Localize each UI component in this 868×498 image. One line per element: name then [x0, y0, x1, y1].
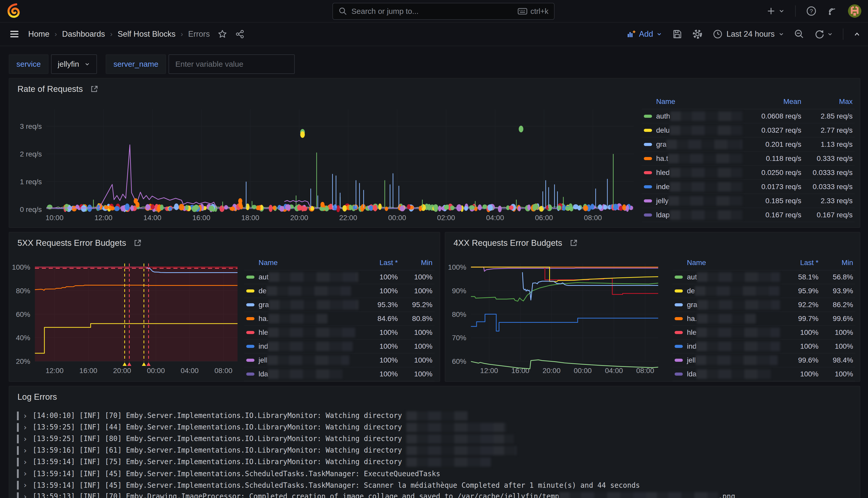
series-color-swatch[interactable] — [246, 317, 254, 320]
series-name[interactable]: ind — [687, 342, 696, 351]
legend-row[interactable]: aut58.1%56.8% — [672, 271, 855, 284]
series-name[interactable]: hled — [656, 169, 670, 177]
series-name[interactable]: ldap — [656, 211, 670, 219]
series-name[interactable]: gra — [656, 140, 666, 148]
series-color-swatch[interactable] — [644, 199, 652, 202]
chevron-down-icon[interactable] — [778, 8, 785, 14]
user-avatar[interactable] — [848, 4, 861, 18]
series-name[interactable]: gra — [687, 301, 697, 309]
external-link-icon[interactable] — [90, 85, 99, 93]
series-name[interactable]: auth — [656, 112, 670, 120]
series-name[interactable]: ha. — [258, 315, 269, 323]
5xx-chart[interactable]: 12:0016:0020:0000:0004:0008:00100%80%60%… — [12, 258, 255, 379]
log-row[interactable]: ›[13:59:25] [INF] [44] Emby.Server.Imple… — [17, 421, 852, 433]
legend-row[interactable]: gra95.3%95.2% — [244, 298, 435, 312]
series-color-swatch[interactable] — [246, 331, 254, 334]
legend-col-1[interactable]: Last * — [359, 259, 398, 267]
legend-row[interactable]: jell100%100% — [244, 354, 435, 367]
expand-chevron-icon[interactable]: › — [23, 434, 28, 443]
expand-chevron-icon[interactable]: › — [23, 492, 28, 498]
legend-row[interactable]: ind100%100% — [244, 340, 435, 354]
expand-chevron-icon[interactable]: › — [23, 411, 28, 420]
expand-chevron-icon[interactable]: › — [23, 457, 28, 467]
series-color-swatch[interactable] — [644, 115, 652, 118]
series-color-swatch[interactable] — [675, 276, 683, 279]
collapse-caret-icon[interactable] — [853, 30, 861, 38]
breadcrumb-dashboards[interactable]: Dashboards — [62, 29, 105, 39]
series-name[interactable]: jell — [687, 356, 696, 364]
news-icon[interactable] — [827, 6, 838, 16]
series-color-swatch[interactable] — [246, 303, 254, 306]
legend-row[interactable]: ha.84.6%80.8% — [244, 312, 435, 326]
help-icon[interactable]: ? — [806, 6, 817, 16]
log-row[interactable]: ›[14:00:10] [INF] [70] Emby.Server.Imple… — [17, 410, 852, 421]
log-row[interactable]: ›[13:59:25] [INF] [80] Emby.Server.Imple… — [17, 433, 852, 445]
settings-gear-icon[interactable] — [692, 29, 703, 40]
series-name[interactable]: lda — [687, 370, 696, 378]
time-range-picker[interactable]: Last 24 hours — [712, 29, 784, 39]
legend-row[interactable]: de100%100% — [244, 284, 435, 298]
series-color-swatch[interactable] — [675, 289, 683, 292]
legend-col-2[interactable]: Min — [398, 259, 432, 267]
series-color-swatch[interactable] — [246, 276, 254, 279]
legend-row[interactable]: aut100%100% — [244, 271, 435, 284]
save-icon[interactable] — [672, 29, 682, 39]
legend-row[interactable]: ha.t0.118 req/s0.333 req/s — [642, 152, 855, 166]
legend-col-2[interactable]: Max — [801, 97, 853, 106]
grafana-logo-icon[interactable] — [6, 3, 22, 19]
rate-chart[interactable]: 10:0012:0014:0016:0018:0020:0022:0000:00… — [12, 99, 643, 225]
expand-chevron-icon[interactable]: › — [23, 446, 28, 455]
legend-col-1[interactable]: Mean — [742, 97, 801, 106]
legend-row[interactable]: gra0.201 req/s1.13 req/s — [642, 137, 855, 152]
panel-title[interactable]: Rate of Requests — [17, 84, 83, 94]
new-item-button[interactable] — [766, 6, 776, 16]
series-color-swatch[interactable] — [675, 345, 683, 348]
refresh-icon[interactable] — [814, 29, 824, 39]
expand-chevron-icon[interactable]: › — [23, 423, 28, 432]
series-name[interactable]: inde — [656, 183, 670, 191]
series-name[interactable]: aut — [687, 273, 697, 281]
legend-col-2[interactable]: Min — [818, 259, 853, 267]
panel-title[interactable]: 4XX Requests Error Budgets — [454, 238, 562, 248]
series-name[interactable]: aut — [258, 273, 269, 281]
log-row[interactable]: ›[13:59:14] [INF] [45] Emby.Server.Imple… — [17, 479, 852, 491]
series-color-swatch[interactable] — [644, 213, 652, 217]
series-name[interactable]: delu — [656, 126, 670, 134]
panel-title[interactable]: 5XX Requests Error Budgets — [17, 238, 126, 248]
series-color-swatch[interactable] — [644, 129, 652, 132]
series-name[interactable]: lda — [258, 370, 268, 378]
legend-row[interactable]: inde0.0173 req/s0.0333 req/s — [642, 180, 855, 194]
expand-chevron-icon[interactable]: › — [23, 481, 28, 489]
series-color-swatch[interactable] — [675, 372, 683, 376]
series-color-swatch[interactable] — [644, 171, 652, 174]
log-row[interactable]: ›[13:59:13] [INF] [70] Emby.Drawing.Imag… — [17, 491, 852, 498]
legend-row[interactable]: gra92.2%86.2% — [672, 298, 855, 312]
series-name[interactable]: hle — [258, 328, 268, 337]
series-color-swatch[interactable] — [675, 359, 683, 362]
series-name[interactable]: de — [258, 287, 267, 295]
variable-select-service[interactable]: jellyfin — [51, 54, 97, 74]
legend-row[interactable]: hled0.0250 req/s0.0333 req/s — [642, 166, 855, 180]
external-link-icon[interactable] — [570, 239, 578, 247]
series-name[interactable]: ha.t — [656, 155, 668, 163]
series-color-swatch[interactable] — [246, 372, 254, 376]
legend-row[interactable]: ldap0.167 req/s0.167 req/s — [642, 208, 855, 222]
legend-row[interactable]: auth0.0608 req/s2.85 req/s — [642, 109, 855, 123]
menu-icon[interactable] — [9, 29, 21, 39]
legend-row[interactable]: lda100%100% — [672, 367, 855, 381]
legend-row[interactable]: jelly0.185 req/s2.33 req/s — [642, 194, 855, 208]
series-color-swatch[interactable] — [644, 157, 652, 160]
legend-row[interactable]: hle100%100% — [672, 326, 855, 340]
log-row[interactable]: ›[13:59:14] [INF] [75] Emby.Server.Imple… — [17, 456, 852, 468]
series-color-swatch[interactable] — [246, 359, 254, 362]
panel-title[interactable]: Log Errors — [17, 392, 57, 402]
legend-row[interactable]: de95.9%93.9% — [672, 284, 855, 298]
legend-row[interactable]: delu0.0327 req/s2.77 req/s — [642, 123, 855, 137]
log-row[interactable]: ›[13:59:16] [INF] [61] Emby.Server.Imple… — [17, 445, 852, 456]
series-color-swatch[interactable] — [644, 143, 652, 146]
legend-row[interactable]: ha.99.7%99.6% — [672, 312, 855, 326]
breadcrumb-folder[interactable]: Self Host Blocks — [118, 29, 176, 39]
series-name[interactable]: hle — [687, 328, 696, 337]
variable-input-server-name[interactable]: Enter variable value — [169, 54, 295, 74]
series-color-swatch[interactable] — [675, 317, 683, 320]
